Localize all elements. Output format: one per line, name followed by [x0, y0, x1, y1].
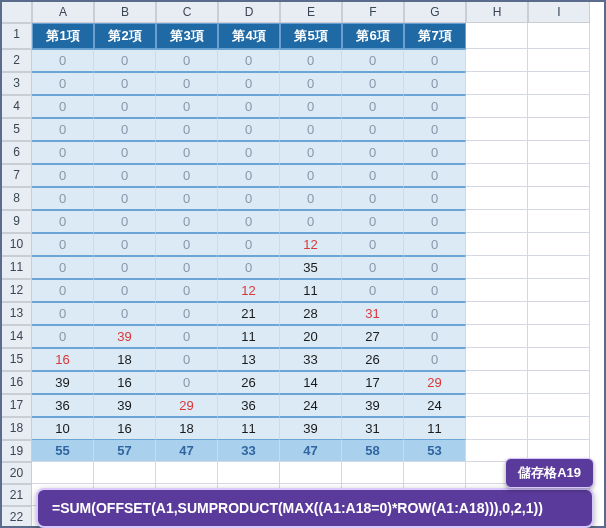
- empty-cell[interactable]: [466, 348, 528, 371]
- data-cell[interactable]: 10: [32, 417, 94, 440]
- select-all-corner[interactable]: [2, 2, 32, 23]
- data-cell[interactable]: 0: [404, 325, 466, 348]
- column-header[interactable]: C: [156, 2, 218, 23]
- data-cell[interactable]: 0: [404, 210, 466, 233]
- empty-cell[interactable]: [528, 141, 590, 164]
- row-header[interactable]: 11: [2, 256, 32, 279]
- empty-cell[interactable]: [466, 141, 528, 164]
- empty-cell[interactable]: [466, 233, 528, 256]
- data-cell[interactable]: 0: [404, 95, 466, 118]
- empty-cell[interactable]: [466, 417, 528, 440]
- data-cell[interactable]: 0: [32, 279, 94, 302]
- data-cell[interactable]: 0: [404, 118, 466, 141]
- data-cell[interactable]: 0: [156, 210, 218, 233]
- empty-cell[interactable]: [528, 49, 590, 72]
- empty-cell[interactable]: [528, 233, 590, 256]
- empty-cell[interactable]: [466, 371, 528, 394]
- data-cell[interactable]: 16: [32, 348, 94, 371]
- column-header[interactable]: H: [466, 2, 528, 23]
- data-cell[interactable]: 29: [404, 371, 466, 394]
- row-header[interactable]: 4: [2, 95, 32, 118]
- data-cell[interactable]: 0: [342, 164, 404, 187]
- data-cell[interactable]: 0: [342, 279, 404, 302]
- data-cell[interactable]: 24: [404, 394, 466, 417]
- data-cell[interactable]: 0: [342, 187, 404, 210]
- empty-cell[interactable]: [528, 325, 590, 348]
- table-header-cell[interactable]: 第2項: [94, 23, 156, 49]
- empty-cell[interactable]: [466, 187, 528, 210]
- data-cell[interactable]: 0: [32, 118, 94, 141]
- data-cell[interactable]: 36: [32, 394, 94, 417]
- data-cell[interactable]: 11: [280, 279, 342, 302]
- data-cell[interactable]: 39: [280, 417, 342, 440]
- data-cell[interactable]: 0: [32, 49, 94, 72]
- data-cell[interactable]: 0: [218, 164, 280, 187]
- data-cell[interactable]: 26: [218, 371, 280, 394]
- row-header[interactable]: 17: [2, 394, 32, 417]
- data-cell[interactable]: 0: [404, 256, 466, 279]
- data-cell[interactable]: 0: [404, 348, 466, 371]
- row-header[interactable]: 20: [2, 462, 32, 484]
- data-cell[interactable]: 11: [404, 417, 466, 440]
- row-header[interactable]: 13: [2, 302, 32, 325]
- data-cell[interactable]: 0: [94, 279, 156, 302]
- empty-cell[interactable]: [528, 417, 590, 440]
- data-cell[interactable]: 0: [156, 72, 218, 95]
- row-header[interactable]: 6: [2, 141, 32, 164]
- table-header-cell[interactable]: 第5項: [280, 23, 342, 49]
- empty-cell[interactable]: [466, 49, 528, 72]
- data-cell[interactable]: 0: [94, 256, 156, 279]
- data-cell[interactable]: 0: [280, 187, 342, 210]
- empty-cell[interactable]: [466, 210, 528, 233]
- data-cell[interactable]: 12: [280, 233, 342, 256]
- empty-cell[interactable]: [528, 164, 590, 187]
- data-cell[interactable]: 0: [94, 187, 156, 210]
- column-header[interactable]: A: [32, 2, 94, 23]
- data-cell[interactable]: 16: [94, 371, 156, 394]
- data-cell[interactable]: 0: [404, 279, 466, 302]
- data-cell[interactable]: 0: [32, 141, 94, 164]
- data-cell[interactable]: 0: [218, 49, 280, 72]
- row-header[interactable]: 19: [2, 440, 32, 462]
- data-cell[interactable]: 0: [94, 95, 156, 118]
- data-cell[interactable]: 35: [280, 256, 342, 279]
- data-cell[interactable]: 0: [94, 164, 156, 187]
- row-header[interactable]: 2: [2, 49, 32, 72]
- row-header[interactable]: 10: [2, 233, 32, 256]
- data-cell[interactable]: 26: [342, 348, 404, 371]
- data-cell[interactable]: 11: [218, 417, 280, 440]
- data-cell[interactable]: 27: [342, 325, 404, 348]
- column-header[interactable]: D: [218, 2, 280, 23]
- row-header[interactable]: 21: [2, 484, 32, 506]
- data-cell[interactable]: 0: [280, 141, 342, 164]
- data-cell[interactable]: 0: [32, 95, 94, 118]
- data-cell[interactable]: 0: [342, 256, 404, 279]
- data-cell[interactable]: 0: [404, 141, 466, 164]
- data-cell[interactable]: 39: [342, 394, 404, 417]
- empty-cell[interactable]: [528, 72, 590, 95]
- row-header[interactable]: 12: [2, 279, 32, 302]
- data-cell[interactable]: 0: [218, 233, 280, 256]
- data-cell[interactable]: 16: [94, 417, 156, 440]
- data-cell[interactable]: 0: [156, 233, 218, 256]
- empty-cell[interactable]: [528, 371, 590, 394]
- data-cell[interactable]: 21: [218, 302, 280, 325]
- row-header[interactable]: 22: [2, 506, 32, 528]
- row-header[interactable]: 9: [2, 210, 32, 233]
- data-cell[interactable]: 0: [280, 164, 342, 187]
- row-header[interactable]: 16: [2, 371, 32, 394]
- data-cell[interactable]: 0: [156, 302, 218, 325]
- empty-cell[interactable]: [528, 279, 590, 302]
- data-cell[interactable]: 0: [342, 233, 404, 256]
- row-header[interactable]: 1: [2, 23, 32, 49]
- data-cell[interactable]: 0: [156, 118, 218, 141]
- data-cell[interactable]: 0: [32, 233, 94, 256]
- table-header-cell[interactable]: 第6項: [342, 23, 404, 49]
- data-cell[interactable]: 0: [404, 49, 466, 72]
- data-cell[interactable]: 0: [218, 118, 280, 141]
- data-cell[interactable]: 0: [32, 164, 94, 187]
- data-cell[interactable]: 0: [32, 256, 94, 279]
- data-cell[interactable]: 0: [404, 164, 466, 187]
- table-header-cell[interactable]: 第1項: [32, 23, 94, 49]
- empty-cell[interactable]: [528, 256, 590, 279]
